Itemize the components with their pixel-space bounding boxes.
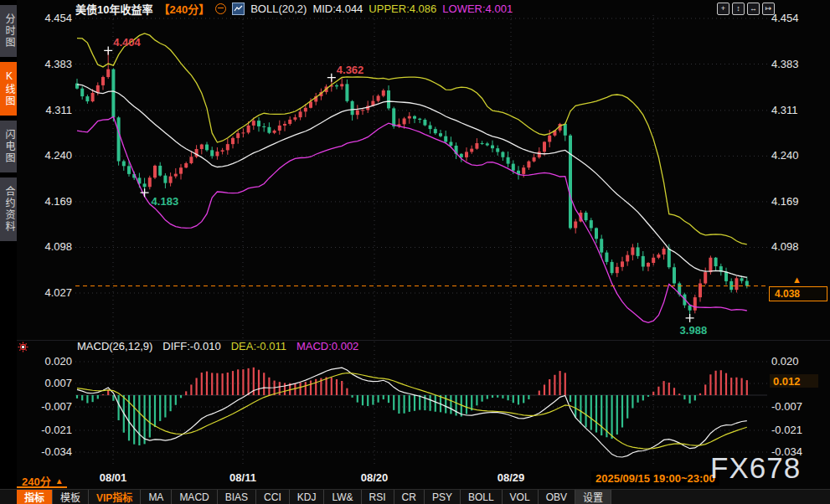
macd-axis-tick: -0.007	[20, 400, 72, 413]
boll-mid-line	[77, 85, 747, 277]
window-controls: +↕↔↦	[717, 3, 775, 15]
last-price-badge: 4.038	[769, 286, 827, 301]
macd-diff-line	[77, 368, 747, 457]
macd-axis-tick: -0.021	[771, 424, 823, 436]
indicator-tab-VOL[interactable]: VOL	[503, 490, 539, 504]
indicator-tab-KDJ[interactable]: KDJ	[290, 490, 325, 504]
price-axis-tick: 4.169	[771, 195, 823, 208]
indicator-tab-BOLL[interactable]: BOLL	[461, 490, 503, 504]
price-annotation: 4.183	[152, 195, 179, 208]
date-axis-label: 08/11	[218, 471, 268, 484]
macd-axis-tick: -0.007	[771, 400, 823, 413]
price-annotation: 4.362	[337, 64, 364, 76]
price-axis-tick: 4.098	[771, 240, 823, 253]
indicator-tab-CCI[interactable]: CCI	[256, 490, 290, 504]
indicator-tab-PSY[interactable]: PSY	[425, 490, 461, 504]
current-bar-time: 2025/09/15 19:00~23:00	[591, 471, 719, 486]
macd-axis-tick: -0.021	[20, 424, 72, 436]
macd-series	[77, 368, 747, 457]
boll-mid-value: MID:4.044	[312, 3, 363, 15]
grid	[75, 15, 767, 465]
symbol-title: 美债10年收益率	[75, 1, 152, 17]
indicator-tab-VIP指标[interactable]: VIP指标	[89, 490, 141, 504]
macd-value-badge: 0.012	[770, 374, 818, 388]
price-axis-tick: 4.169	[20, 195, 72, 208]
collapse-icon[interactable]	[215, 3, 226, 14]
macd-hist-value: MACD:0.002	[296, 340, 358, 352]
mini-linechart-glyph	[234, 4, 243, 13]
indicator-tab-bar: 指标模板VIP指标MAMACDBIASCCIKDJLW&RSICRPSYBOLL…	[0, 489, 830, 504]
sidebar: 分时图K线图闪电图合约资料	[0, 0, 17, 504]
price-axis-tick: 4.454	[771, 12, 823, 24]
indicator-tab-模板[interactable]: 模板	[53, 490, 89, 504]
date-axis-label: 08/20	[349, 471, 400, 484]
macd-params-label: MACD(26,12,9)	[77, 340, 152, 352]
date-axis-label: 08/29	[486, 471, 536, 484]
indicator-tab-设置[interactable]: 设置	[575, 490, 611, 504]
price-direction-arrow: ▲	[792, 275, 802, 285]
macd-axis-tick: 0.020	[20, 355, 72, 368]
boll-lower-value: LOWER:4.001	[442, 3, 513, 15]
price-annotation: 4.404	[113, 36, 141, 49]
pan-icon[interactable]: +	[717, 3, 729, 15]
extreme-marker	[104, 46, 112, 54]
macd-axis-tick: -0.034	[20, 445, 72, 458]
trading-chart-window: 分时图K线图闪电图合约资料 美债10年收益率 【240分】 BOLL(20,2)…	[0, 0, 830, 504]
sidebar-tab-合约资料[interactable]: 合约资料	[0, 177, 17, 241]
interval-label: 【240分】	[158, 1, 209, 17]
sidebar-tab-闪电图[interactable]: 闪电图	[0, 121, 17, 172]
macd-axis-tick: 0.020	[771, 355, 823, 368]
macd-diff-value: DIFF:-0.010	[162, 340, 220, 352]
sidebar-tab-K线图[interactable]: K线图	[0, 62, 17, 116]
macd-axis-tick: 0.007	[20, 377, 72, 389]
extreme-marker	[686, 314, 694, 322]
extreme-marker	[327, 74, 336, 82]
price-annotation: 3.988	[680, 324, 708, 337]
boll-lower-line	[77, 117, 747, 323]
indicator-tab-CR[interactable]: CR	[394, 490, 425, 504]
indicator-tab-MA[interactable]: MA	[141, 490, 172, 504]
macd-header: MACD(26,12,9) DIFF:-0.010 DEA:-0.011 MAC…	[77, 340, 358, 352]
date-axis-label: 08/01	[88, 471, 138, 484]
price-axis-tick: 4.383	[20, 58, 72, 70]
indicator-tab-指标[interactable]: 指标	[17, 490, 53, 504]
price-axis-tick: 4.383	[771, 58, 823, 70]
chart-header: 美债10年收益率 【240分】 BOLL(20,2) MID:4.044 UPP…	[75, 2, 513, 15]
indicator-tab-OBV[interactable]: OBV	[539, 490, 575, 504]
horizontal-scale-icon[interactable]: ↔	[747, 3, 760, 15]
shift-right-icon[interactable]: ↦	[762, 3, 775, 15]
macd-dea-value: DEA:-0.011	[231, 340, 286, 352]
price-axis-tick: 4.311	[771, 104, 823, 116]
watermark: FX678	[710, 453, 801, 482]
chart-type-icon[interactable]	[232, 3, 245, 15]
vertical-scale-icon[interactable]: ↕	[732, 3, 745, 15]
price-axis-tick: 4.027	[20, 286, 72, 299]
boll-upper-line	[77, 33, 747, 244]
boll-upper-value: UPPER:4.086	[369, 3, 436, 15]
price-axis-tick: 4.240	[20, 149, 72, 162]
triangle-up-icon: ▲	[55, 476, 64, 486]
indicator-tab-RSI[interactable]: RSI	[362, 490, 394, 504]
indicator-tab-MACD[interactable]: MACD	[172, 490, 217, 504]
price-axis-tick: 4.098	[20, 240, 72, 253]
indicator-alert-icon[interactable]	[18, 341, 28, 356]
chart-canvas[interactable]	[0, 0, 830, 504]
boll-indicator-label: BOLL(20,2)	[250, 3, 307, 15]
price-axis-tick: 4.454	[20, 12, 72, 24]
price-axis-tick: 4.240	[771, 149, 823, 162]
price-axis-tick: 4.311	[20, 104, 72, 116]
indicator-tab-LW&[interactable]: LW&	[324, 490, 361, 504]
sidebar-tab-分时图[interactable]: 分时图	[0, 5, 17, 57]
period-underline	[17, 486, 67, 488]
candlestick-series	[75, 50, 749, 318]
bollinger-bands	[77, 33, 747, 322]
indicator-tab-BIAS[interactable]: BIAS	[218, 490, 256, 504]
